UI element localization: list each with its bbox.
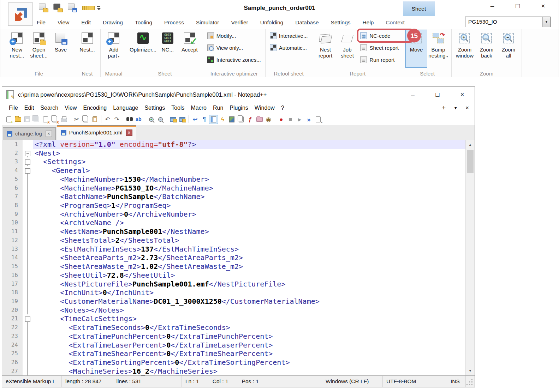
fold-collapse-icon[interactable] [23, 157, 33, 166]
add-part-button[interactable]: +Add part▾ [103, 30, 125, 68]
ribbon-tab-database[interactable]: Database [289, 19, 325, 26]
macro-play-icon[interactable]: ▶ [295, 115, 304, 124]
replace-icon[interactable]: ab [134, 115, 143, 124]
nest-button[interactable]: Nest... [76, 30, 98, 68]
fold-collapse-icon[interactable] [23, 314, 33, 323]
nc-code-button[interactable]: NC-code15 [358, 30, 401, 42]
menu-help[interactable]: ? [278, 105, 287, 111]
code-view[interactable]: 1<?xml version="1.0" encoding="utf-8"?>2… [2, 140, 465, 375]
sync-vertical-icon[interactable] [169, 115, 178, 124]
zoom-window-button[interactable]: +Zoom window [454, 30, 476, 68]
new-nest-button[interactable]: +New nest... [6, 30, 28, 68]
cut-icon[interactable]: ✂ [72, 115, 81, 124]
ribbon-tab-tooling[interactable]: Tooling [129, 19, 158, 26]
customize-quick-access-icon[interactable] [96, 3, 106, 12]
minimize-icon[interactable]: – [480, 2, 505, 10]
close-all-icon[interactable]: x [50, 115, 59, 124]
optimizer-button[interactable]: ∿Optimizer... [129, 30, 157, 68]
save-file-icon[interactable] [23, 115, 31, 124]
menu-plugins[interactable]: Plugins [226, 105, 251, 111]
ribbon-tab-simulator[interactable]: Simulator [190, 19, 225, 26]
new-file-icon[interactable]: + [4, 115, 13, 124]
monitoring-icon[interactable]: ◉ [264, 115, 273, 124]
editor-area[interactable]: 1<?xml version="1.0" encoding="utf-8"?>2… [2, 140, 475, 375]
macro-record-icon[interactable]: ● [277, 115, 286, 124]
print-icon[interactable] [59, 115, 68, 124]
resize-grip[interactable] [465, 376, 475, 387]
accept-button[interactable]: ✓Accept [179, 30, 201, 68]
ribbon-tab-edit[interactable]: Edit [75, 19, 97, 26]
ribbon-tab-unfolding[interactable]: Unfolding [254, 19, 290, 26]
tab-list-icon[interactable]: ▼ [453, 105, 458, 110]
ribbon-tab-drawing[interactable]: Drawing [97, 19, 129, 26]
undo-icon[interactable]: ↶ [103, 115, 112, 124]
save-icon[interactable] [67, 3, 77, 12]
zoom-in-icon[interactable]: + [147, 115, 156, 124]
ribbon-tab-process[interactable]: Process [158, 19, 190, 26]
interactive-zones-button[interactable]: Interactive zones... [205, 54, 263, 66]
close-icon[interactable]: × [530, 2, 556, 10]
show-all-characters-icon[interactable]: ¶ [200, 115, 209, 124]
sync-horizontal-icon[interactable] [178, 115, 187, 124]
menu-view[interactable]: View [61, 105, 80, 111]
new-tab-plus-icon[interactable]: + [442, 104, 446, 112]
automatic-button[interactable]: Automatic... [268, 42, 310, 54]
ribbon-tab-settings[interactable]: Settings [325, 19, 357, 26]
zoom-out-icon[interactable]: − [156, 115, 165, 124]
find-icon[interactable] [125, 115, 134, 124]
document-tab-change-log[interactable]: change.log× [3, 127, 56, 140]
document-tab-punchsample001-xml[interactable]: PunchSample001.xml× [57, 125, 136, 140]
sheet-report-button[interactable]: Sheet report [358, 42, 401, 54]
ribbon-tab-help[interactable]: Help [357, 19, 380, 26]
menu-window[interactable]: Window [251, 105, 278, 111]
zoom-all-button[interactable]: −Zoom all [498, 30, 519, 68]
document-list-icon[interactable] [237, 115, 245, 124]
interactive-button[interactable]: Interactive... [268, 30, 310, 42]
job-sheet-button[interactable]: Job sheet [336, 30, 358, 68]
maximize-icon[interactable]: □ [425, 91, 450, 98]
save-all-icon[interactable] [32, 115, 41, 124]
word-wrap-icon[interactable]: ↩ [191, 115, 200, 124]
macro-stop-icon[interactable]: ■ [286, 115, 295, 124]
view-only-button[interactable]: View only... [205, 42, 263, 54]
scroll-up-icon[interactable]: ▲ [466, 140, 475, 149]
paste-icon[interactable] [90, 115, 99, 124]
ribbon-tab-file[interactable]: File [31, 19, 52, 26]
contextual-tab-sheet[interactable]: Sheet [403, 1, 435, 16]
close-icon[interactable]: × [450, 91, 475, 98]
bump-nesting-button[interactable]: ↷Bump nesting▾ [427, 30, 449, 68]
chevron-down-icon[interactable]: ▼ [542, 17, 550, 27]
modify-button[interactable]: Modify... [205, 30, 263, 42]
open-file-icon[interactable] [13, 115, 22, 124]
measure-icon[interactable] [82, 3, 92, 12]
close-icon[interactable]: × [46, 131, 52, 137]
maximize-icon[interactable]: □ [505, 2, 530, 10]
menu-file[interactable]: File [6, 105, 21, 111]
nc-button[interactable]: G00X G02X G01XNC... [157, 30, 179, 68]
open-sheet-button[interactable]: Open sheet... [28, 30, 50, 68]
menu-encoding[interactable]: Encoding [80, 105, 110, 111]
redo-icon[interactable]: ↷ [112, 115, 121, 124]
fold-collapse-icon[interactable] [23, 166, 33, 175]
nest-report-button[interactable]: Nest report [314, 30, 336, 68]
minimize-icon[interactable]: – [400, 91, 425, 98]
run-report-button[interactable]: Run report [358, 54, 401, 66]
fold-collapse-icon[interactable] [23, 149, 33, 158]
open-nest-icon[interactable] [53, 3, 63, 12]
ribbon-tab-verifier[interactable]: Verifier [225, 19, 254, 26]
scroll-down-icon[interactable]: ▼ [466, 366, 475, 375]
macro-run-multiple-icon[interactable]: » [304, 115, 313, 124]
menu-tools[interactable]: Tools [168, 105, 188, 111]
vertical-scrollbar[interactable]: ▲ ▼ [465, 140, 475, 375]
folder-as-workspace-icon[interactable] [255, 115, 264, 124]
save-button[interactable]: Save [50, 30, 72, 68]
menu-language[interactable]: Language [110, 105, 141, 111]
close-icon[interactable]: × [126, 129, 132, 136]
app-logo-icon[interactable] [8, 2, 33, 26]
menu-settings[interactable]: Settings [141, 105, 168, 111]
ribbon-tab-context[interactable]: Context [380, 19, 411, 26]
scrollbar-thumb[interactable] [467, 150, 474, 173]
machine-selector-combobox[interactable]: PG1530_IO ▼ [465, 17, 551, 27]
copy-icon[interactable] [81, 115, 90, 124]
menu-run[interactable]: Run [210, 105, 226, 111]
